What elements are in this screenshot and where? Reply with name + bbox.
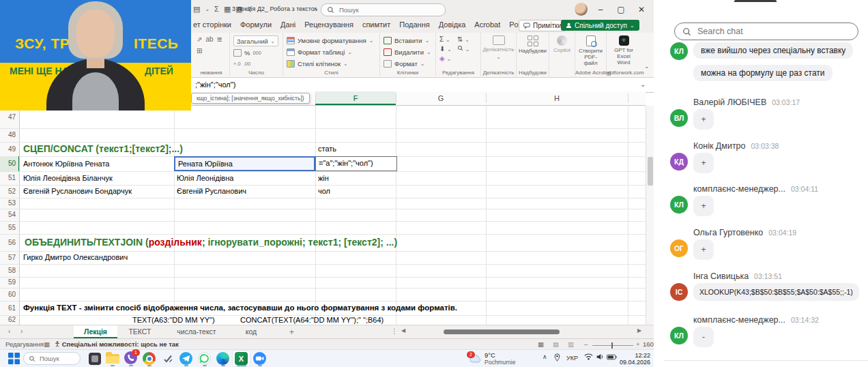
message-bubble[interactable]: + — [693, 153, 714, 173]
start-button[interactable] — [5, 351, 23, 366]
cell-f51[interactable]: жін — [315, 171, 329, 185]
editing-cell-f50[interactable]: ="а";"жін";"чол") — [315, 156, 397, 171]
stylus-app-button[interactable] — [159, 351, 176, 366]
decrease-decimal-icon[interactable]: .00 — [244, 61, 250, 67]
chevron-down-icon[interactable]: ⌄ — [640, 80, 646, 88]
zoom-in-icon[interactable]: + — [636, 340, 640, 348]
page-break-view-icon[interactable]: ▥ — [568, 340, 574, 348]
avatar[interactable]: ВЛ — [670, 109, 688, 127]
avatar[interactable]: КЛ — [670, 196, 688, 214]
page-layout-view-icon[interactable]: ▤ — [553, 340, 559, 348]
hscroll-right-icon[interactable]: ▶ — [637, 327, 641, 334]
wrap-text-icon[interactable]: ab — [205, 35, 213, 44]
vertical-scrollbar[interactable] — [646, 106, 654, 325]
create-pdf-button[interactable]: Створити PDF-файл — [579, 35, 603, 66]
viber-button[interactable]: 1 — [122, 351, 139, 366]
merge-center-icon[interactable]: ⊞ — [197, 47, 202, 55]
vertical-scrollbar-thumb[interactable] — [648, 157, 653, 186]
row-header[interactable]: 48 — [0, 128, 16, 142]
row-header[interactable]: 49 — [0, 142, 16, 156]
row-header[interactable]: 51 — [0, 171, 16, 185]
cell-c62[interactable]: TEXT(A63:"DD MM YY") — [130, 315, 215, 325]
excel-taskbar-button[interactable]: X — [233, 351, 250, 366]
thousands-icon[interactable]: 000 — [252, 50, 261, 56]
row-header[interactable]: 56 — [0, 234, 16, 251]
chat-search-box[interactable] — [674, 23, 858, 40]
chevron-down-icon[interactable]: ⌄ — [205, 5, 209, 14]
zoom-button[interactable] — [251, 351, 268, 366]
tab-page-layout[interactable]: ет сторінки — [193, 20, 231, 29]
edge-button[interactable] — [214, 351, 231, 366]
autosum-icon[interactable]: Σ ⌄ — [439, 35, 457, 43]
qat-autosum-icon[interactable]: Σ — [214, 5, 219, 14]
delete-cells-button[interactable]: Видалити⌄ — [384, 47, 432, 57]
message-bubble[interactable]: - — [693, 327, 714, 347]
avatar[interactable]: ОГ — [670, 239, 688, 257]
message-bubble[interactable]: + — [693, 196, 714, 216]
gpt-button[interactable]: ✳ GPT for Excel Word — [610, 35, 637, 65]
avatar[interactable]: КЛ — [670, 327, 688, 344]
format-as-table-button[interactable]: Формат таблиці⌄ — [287, 47, 376, 57]
row-header[interactable]: 62 — [0, 315, 16, 325]
chat-search-input[interactable] — [696, 26, 850, 37]
taskbar-search[interactable] — [23, 352, 81, 365]
currency-icon[interactable] — [233, 49, 242, 57]
qat-table-icon[interactable]: ▦ — [224, 5, 231, 14]
share-button[interactable]: Спільний доступ ⌄ — [561, 20, 639, 31]
zoom-out-icon[interactable]: – — [584, 340, 588, 348]
battery-icon[interactable] — [607, 353, 617, 362]
cell-a50[interactable]: Антонюк Юріївна Рената — [20, 156, 109, 171]
addins-button[interactable]: Надбудови — [520, 35, 545, 54]
language-indicator[interactable]: УКР — [566, 355, 578, 362]
percent-icon[interactable]: % — [244, 49, 250, 57]
copilot-button[interactable]: Copilot — [553, 35, 571, 53]
sensitivity-button[interactable]: Делікатність ⌄ — [484, 35, 512, 60]
row-header[interactable]: 50 — [0, 156, 16, 171]
column-header-h[interactable]: H — [486, 91, 628, 105]
message-bubble[interactable]: можна на формулу ще раз стати — [693, 65, 833, 81]
row-header[interactable]: 53 — [0, 198, 16, 209]
tab-review[interactable]: Рецензування — [304, 20, 353, 29]
find-select-icon[interactable]: ⌄ — [457, 45, 475, 53]
insert-cells-button[interactable]: Вставити⌄ — [384, 35, 432, 45]
notes-button[interactable]: Примітки — [519, 20, 566, 31]
taskbar-search-input[interactable] — [38, 354, 75, 363]
avatar[interactable]: ІС — [670, 283, 688, 301]
column-header-f[interactable]: F — [315, 91, 396, 105]
excel-search-box[interactable] — [321, 3, 446, 16]
indent-icon[interactable]: ≣ — [217, 35, 222, 44]
wifi-icon[interactable] — [584, 353, 593, 362]
sheet-nav-left-icon[interactable]: ‹ — [8, 327, 10, 335]
clock[interactable]: 12:22 09.04.2026 — [618, 352, 650, 366]
referenced-cell-b50[interactable]: Рената Юріївна — [174, 156, 315, 171]
row-header[interactable]: 54 — [0, 209, 16, 221]
zoom-slider-thumb[interactable] — [611, 342, 613, 349]
row-header[interactable]: 59 — [0, 277, 16, 288]
sheet-nav-right-icon[interactable]: › — [20, 327, 23, 335]
tab-view[interactable]: Подання — [399, 20, 429, 29]
horizontal-scrollbar-thumb[interactable] — [444, 329, 560, 334]
zoom-slider[interactable] — [592, 345, 633, 346]
cell-a51[interactable]: Юлія Леонідівна Біланчук — [20, 171, 113, 185]
tab-formulas[interactable]: Формули — [240, 20, 272, 29]
fill-down-icon[interactable]: ⬇ ⌄ — [439, 45, 457, 53]
row-header[interactable]: 61 — [0, 301, 16, 315]
minimize-button[interactable]: – — [591, 0, 610, 19]
spreadsheet-grid[interactable]: 47 48 49 50 51 52 53 54 55 56 57 58 59 6… — [0, 106, 646, 325]
qat-grid-icon[interactable]: ▤ — [193, 5, 200, 14]
tab-custom[interactable]: спимтит — [362, 20, 390, 29]
cell-a61[interactable]: Функція TEXT - змінити спосіб відображен… — [20, 301, 457, 315]
normal-view-icon[interactable]: ▦ — [538, 340, 544, 348]
kebab-icon[interactable]: ⋮ — [391, 327, 398, 335]
hscroll-left-icon[interactable]: ◀ — [401, 327, 405, 334]
file-explorer-button[interactable] — [104, 351, 121, 366]
tab-help[interactable]: Довідка — [439, 20, 466, 29]
cell-a49[interactable]: СЦЕП/CONCAT (текст1;[текст2];...) — [20, 142, 183, 156]
orientation-icon[interactable]: ⇗ — [197, 35, 202, 44]
whatsapp-button[interactable] — [196, 351, 213, 366]
sort-filter-icon[interactable]: ⇅ ⌄ — [457, 35, 475, 43]
avatar[interactable]: КЛ — [670, 42, 688, 60]
user-avatar[interactable] — [575, 3, 588, 16]
tray-chevron-up-icon[interactable]: ∧ — [542, 353, 547, 360]
sheet-tab-lekcia[interactable]: Лекція — [74, 325, 117, 338]
